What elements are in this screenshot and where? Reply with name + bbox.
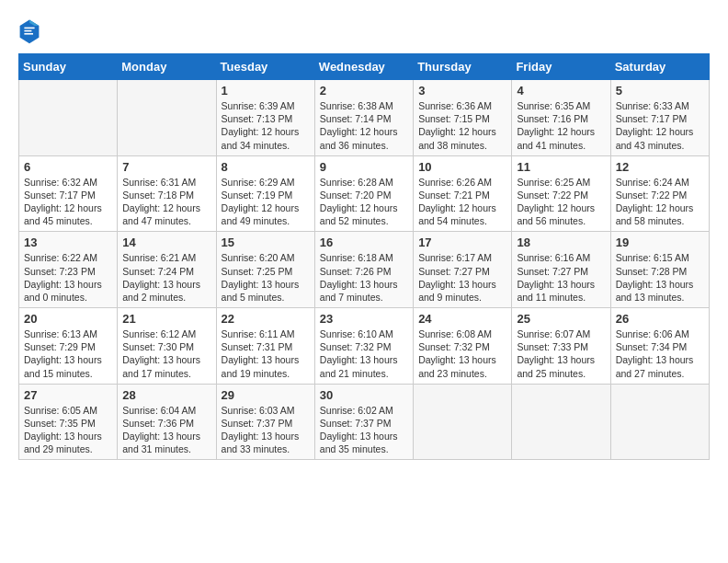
calendar-cell (19, 80, 118, 156)
day-header-saturday: Saturday (610, 54, 709, 80)
svg-rect-3 (24, 30, 31, 32)
day-number: 11 (517, 160, 605, 174)
day-info: Sunrise: 6:04 AM Sunset: 7:36 PM Dayligh… (122, 404, 210, 456)
day-info: Sunrise: 6:28 AM Sunset: 7:20 PM Dayligh… (320, 176, 408, 228)
calendar-cell: 26Sunrise: 6:06 AM Sunset: 7:34 PM Dayli… (610, 308, 709, 385)
day-info: Sunrise: 6:15 AM Sunset: 7:28 PM Dayligh… (616, 251, 704, 304)
day-number: 14 (122, 236, 210, 249)
calendar-cell (610, 384, 709, 460)
calendar-cell: 17Sunrise: 6:17 AM Sunset: 7:27 PM Dayli… (414, 232, 512, 308)
day-info: Sunrise: 6:25 AM Sunset: 7:22 PM Dayligh… (517, 176, 605, 228)
day-number: 28 (122, 388, 210, 402)
day-info: Sunrise: 6:20 AM Sunset: 7:25 PM Dayligh… (222, 251, 310, 304)
day-number: 12 (616, 160, 704, 174)
day-number: 4 (517, 84, 605, 98)
day-number: 25 (517, 312, 605, 326)
calendar-cell: 5Sunrise: 6:33 AM Sunset: 7:17 PM Daylig… (610, 80, 709, 156)
calendar-cell: 11Sunrise: 6:25 AM Sunset: 7:22 PM Dayli… (512, 155, 610, 232)
day-info: Sunrise: 6:26 AM Sunset: 7:21 PM Dayligh… (418, 176, 506, 228)
day-info: Sunrise: 6:29 AM Sunset: 7:19 PM Dayligh… (222, 176, 310, 228)
day-info: Sunrise: 6:22 AM Sunset: 7:23 PM Dayligh… (24, 251, 112, 304)
calendar-cell: 14Sunrise: 6:21 AM Sunset: 7:24 PM Dayli… (118, 232, 216, 308)
calendar-cell: 23Sunrise: 6:10 AM Sunset: 7:32 PM Dayli… (314, 308, 413, 385)
day-number: 2 (320, 84, 408, 98)
calendar-cell: 20Sunrise: 6:13 AM Sunset: 7:29 PM Dayli… (19, 308, 118, 385)
day-header-friday: Friday (512, 54, 610, 80)
page-header (18, 18, 710, 44)
day-info: Sunrise: 6:36 AM Sunset: 7:15 PM Dayligh… (418, 99, 506, 152)
calendar-cell: 12Sunrise: 6:24 AM Sunset: 7:22 PM Dayli… (610, 155, 709, 232)
day-info: Sunrise: 6:05 AM Sunset: 7:35 PM Dayligh… (24, 404, 112, 456)
day-number: 17 (418, 236, 506, 249)
day-info: Sunrise: 6:02 AM Sunset: 7:37 PM Dayligh… (320, 404, 408, 456)
day-number: 29 (222, 388, 310, 402)
calendar-week-row: 6Sunrise: 6:32 AM Sunset: 7:17 PM Daylig… (19, 155, 710, 232)
day-info: Sunrise: 6:07 AM Sunset: 7:33 PM Dayligh… (517, 327, 605, 380)
day-number: 23 (320, 312, 408, 326)
calendar-cell: 28Sunrise: 6:04 AM Sunset: 7:36 PM Dayli… (118, 384, 216, 460)
day-number: 16 (320, 236, 408, 249)
day-info: Sunrise: 6:39 AM Sunset: 7:13 PM Dayligh… (222, 99, 310, 152)
calendar-cell: 13Sunrise: 6:22 AM Sunset: 7:23 PM Dayli… (19, 232, 118, 308)
day-header-monday: Monday (118, 54, 216, 80)
day-info: Sunrise: 6:32 AM Sunset: 7:17 PM Dayligh… (24, 176, 112, 228)
calendar-cell: 1Sunrise: 6:39 AM Sunset: 7:13 PM Daylig… (216, 80, 314, 156)
day-number: 26 (616, 312, 704, 326)
day-header-sunday: Sunday (19, 54, 118, 80)
calendar-cell: 30Sunrise: 6:02 AM Sunset: 7:37 PM Dayli… (314, 384, 413, 460)
calendar-cell (118, 80, 216, 156)
day-info: Sunrise: 6:06 AM Sunset: 7:34 PM Dayligh… (616, 327, 704, 380)
day-info: Sunrise: 6:18 AM Sunset: 7:26 PM Dayligh… (320, 251, 408, 304)
calendar-cell: 21Sunrise: 6:12 AM Sunset: 7:30 PM Dayli… (118, 308, 216, 385)
calendar-cell (414, 384, 512, 460)
calendar-cell: 18Sunrise: 6:16 AM Sunset: 7:27 PM Dayli… (512, 232, 610, 308)
day-number: 6 (24, 160, 112, 174)
calendar-week-row: 27Sunrise: 6:05 AM Sunset: 7:35 PM Dayli… (19, 384, 710, 460)
calendar-cell: 8Sunrise: 6:29 AM Sunset: 7:19 PM Daylig… (216, 155, 314, 232)
calendar-cell: 27Sunrise: 6:05 AM Sunset: 7:35 PM Dayli… (19, 384, 118, 460)
day-number: 3 (418, 84, 506, 98)
calendar-header-row: SundayMondayTuesdayWednesdayThursdayFrid… (19, 54, 710, 80)
day-number: 22 (222, 312, 310, 326)
day-number: 7 (122, 160, 210, 174)
day-info: Sunrise: 6:13 AM Sunset: 7:29 PM Dayligh… (24, 327, 112, 380)
svg-rect-2 (24, 28, 34, 29)
calendar-cell: 4Sunrise: 6:35 AM Sunset: 7:16 PM Daylig… (512, 80, 610, 156)
day-number: 20 (24, 312, 112, 326)
day-number: 13 (24, 236, 112, 249)
day-info: Sunrise: 6:35 AM Sunset: 7:16 PM Dayligh… (517, 99, 605, 152)
logo-icon (18, 18, 40, 44)
calendar-cell: 3Sunrise: 6:36 AM Sunset: 7:15 PM Daylig… (414, 80, 512, 156)
day-number: 15 (222, 236, 310, 249)
calendar-cell: 2Sunrise: 6:38 AM Sunset: 7:14 PM Daylig… (314, 80, 413, 156)
calendar-cell: 10Sunrise: 6:26 AM Sunset: 7:21 PM Dayli… (414, 155, 512, 232)
day-number: 30 (320, 388, 408, 402)
calendar-cell: 9Sunrise: 6:28 AM Sunset: 7:20 PM Daylig… (314, 155, 413, 232)
day-info: Sunrise: 6:12 AM Sunset: 7:30 PM Dayligh… (122, 327, 210, 380)
day-number: 24 (418, 312, 506, 326)
day-info: Sunrise: 6:24 AM Sunset: 7:22 PM Dayligh… (616, 176, 704, 228)
calendar-week-row: 13Sunrise: 6:22 AM Sunset: 7:23 PM Dayli… (19, 232, 710, 308)
day-number: 9 (320, 160, 408, 174)
day-info: Sunrise: 6:03 AM Sunset: 7:37 PM Dayligh… (222, 404, 310, 456)
calendar-cell: 25Sunrise: 6:07 AM Sunset: 7:33 PM Dayli… (512, 308, 610, 385)
day-info: Sunrise: 6:08 AM Sunset: 7:32 PM Dayligh… (418, 327, 506, 380)
day-info: Sunrise: 6:21 AM Sunset: 7:24 PM Dayligh… (122, 251, 210, 304)
day-info: Sunrise: 6:10 AM Sunset: 7:32 PM Dayligh… (320, 327, 408, 380)
day-number: 21 (122, 312, 210, 326)
day-number: 10 (418, 160, 506, 174)
day-info: Sunrise: 6:38 AM Sunset: 7:14 PM Dayligh… (320, 99, 408, 152)
day-info: Sunrise: 6:31 AM Sunset: 7:18 PM Dayligh… (122, 176, 210, 228)
day-info: Sunrise: 6:17 AM Sunset: 7:27 PM Dayligh… (418, 251, 506, 304)
calendar-cell: 16Sunrise: 6:18 AM Sunset: 7:26 PM Dayli… (314, 232, 413, 308)
calendar-cell: 29Sunrise: 6:03 AM Sunset: 7:37 PM Dayli… (216, 384, 314, 460)
logo (18, 18, 44, 44)
day-header-wednesday: Wednesday (314, 54, 413, 80)
day-number: 1 (222, 84, 310, 98)
day-number: 8 (222, 160, 310, 174)
day-info: Sunrise: 6:11 AM Sunset: 7:31 PM Dayligh… (222, 327, 310, 380)
day-number: 27 (24, 388, 112, 402)
day-header-tuesday: Tuesday (216, 54, 314, 80)
day-number: 18 (517, 236, 605, 249)
calendar-cell (512, 384, 610, 460)
